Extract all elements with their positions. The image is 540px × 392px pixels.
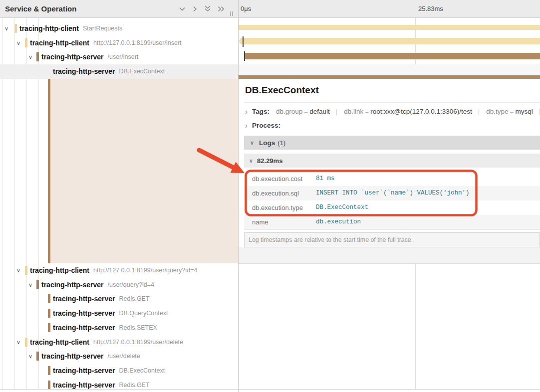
- ruler-tick-1: 25.83ms: [418, 0, 443, 17]
- logs-count: (1): [277, 139, 285, 147]
- detail-divider: [244, 102, 540, 103]
- span-row-user-query-client[interactable]: ∨ tracing-http-clienthttp://127.0.0.1:81…: [0, 263, 238, 278]
- service-operation-header: Service & Operation: [0, 0, 238, 18]
- collapse-one-level-chevron-down-icon[interactable]: [178, 5, 186, 12]
- chevron-down-icon[interactable]: ∨: [4, 21, 8, 36]
- log-field-key: db.execution.sql: [252, 186, 299, 200]
- collapse-all-double-chevron-down-icon[interactable]: [204, 5, 212, 12]
- span-row-redis-get[interactable]: tracing-http-serverRedis.GET: [0, 292, 238, 306]
- logs-footer-note: Log timestamps are relative to the start…: [244, 232, 540, 247]
- operation-name: http://127.0.0.1:8199/user/delete: [93, 339, 183, 346]
- service-color-block: [48, 381, 50, 390]
- panel-resize-handle[interactable]: [230, 11, 235, 16]
- operation-name: DB.ExecContext: [119, 68, 165, 75]
- service-name: tracing-http-server: [53, 381, 115, 389]
- service-name: tracing-http-server: [53, 309, 115, 317]
- log-field-row: name db.execution: [244, 215, 540, 229]
- logs-section: ∨ Logs (1) ∨ 82.29ms db.execution.cost 8…: [244, 136, 540, 247]
- span-bar-user-insert-server[interactable]: [245, 53, 540, 59]
- span-row-user-delete-server[interactable]: ∨ tracing-http-server/user/delete: [0, 349, 238, 364]
- span-row-start-requests[interactable]: ∨ tracing-http-clientStartRequests: [0, 21, 238, 36]
- expand-all-double-chevron-right-icon[interactable]: [217, 5, 225, 12]
- service-name: tracing-http-client: [19, 24, 79, 32]
- log-entry-accordion[interactable]: ∨ 82.29ms: [244, 154, 540, 168]
- chevron-right-icon[interactable]: ›: [245, 107, 248, 116]
- log-field-key: db.execution.type: [252, 200, 303, 215]
- service-color-block: [48, 309, 50, 318]
- chevron-down-icon[interactable]: ∨: [16, 263, 20, 278]
- log-field-key: db.execution.cost: [252, 172, 302, 186]
- tag-db-group: db.group=default: [276, 108, 330, 115]
- span-detail-title: DB.ExecContext: [245, 85, 319, 96]
- service-name: tracing-http-client: [30, 39, 89, 47]
- service-name: tracing-http-server: [53, 324, 115, 332]
- operation-name: StartRequests: [83, 25, 122, 32]
- chevron-down-icon[interactable]: ∨: [28, 50, 32, 64]
- span-row-redis-setex[interactable]: tracing-http-serverRedis.SETEX: [0, 321, 238, 335]
- chevron-down-icon[interactable]: ∨: [28, 349, 32, 364]
- operation-name: /user/query?id=4: [107, 281, 154, 288]
- operation-name: DB.ExecContext: [119, 367, 165, 374]
- service-color-block: [48, 294, 50, 303]
- process-accordion[interactable]: › Process:: [245, 121, 280, 130]
- service-name: tracing-http-client: [30, 266, 89, 274]
- operation-name: Redis.SETEX: [119, 324, 157, 331]
- operation-name: Redis.GET: [119, 382, 149, 389]
- service-color-block: [25, 266, 27, 275]
- log-field-value: 81 ms: [316, 172, 335, 186]
- span-log-tick: [244, 51, 245, 61]
- expand-one-level-chevron-right-icon[interactable]: [192, 5, 198, 12]
- log-field-row: db.execution.type DB.ExecContext: [244, 200, 540, 215]
- panel-divider[interactable]: [238, 0, 239, 392]
- tags-accordion[interactable]: › Tags: db.group=default | db.link=root:…: [245, 107, 540, 116]
- service-name: tracing-http-server: [41, 53, 103, 61]
- service-color-block: [25, 338, 27, 347]
- service-name: tracing-http-server: [53, 67, 115, 75]
- span-row-user-insert-server[interactable]: ∨ tracing-http-server/user/insert: [0, 50, 238, 64]
- timeline-ruler: 0μs 25.83ms: [239, 0, 540, 18]
- ruler-tick-0: 0μs: [241, 0, 251, 17]
- service-name: tracing-http-server: [53, 367, 115, 375]
- log-timestamp: 82.29ms: [257, 157, 282, 165]
- logs-accordion[interactable]: ∨ Logs (1): [244, 136, 540, 150]
- log-field-value: db.execution: [316, 215, 361, 229]
- chevron-down-icon[interactable]: ∨: [250, 140, 254, 146]
- operation-name: http://127.0.0.1:8199/user/query?id=4: [93, 267, 197, 274]
- operation-name: http://127.0.0.1:8199/user/insert: [93, 39, 182, 46]
- chevron-down-icon[interactable]: ∨: [28, 278, 32, 292]
- service-operation-title: Service & Operation: [5, 0, 76, 17]
- span-bar-start-requests[interactable]: [239, 25, 540, 30]
- tag-separator: |: [478, 108, 480, 115]
- operation-name: /user/insert: [107, 53, 138, 60]
- operation-name: Redis.GET: [119, 295, 149, 302]
- tag-db-link: db.link=root:xxx@tcp(127.0.0.1:3306)/tes…: [344, 108, 472, 115]
- service-color-block: [25, 38, 27, 47]
- log-field-row: db.execution.sql INSERT INTO `user`(`nam…: [244, 186, 540, 200]
- service-color-block: [48, 366, 50, 375]
- detail-bottom-padding: [239, 247, 540, 263]
- chevron-down-icon[interactable]: ∨: [16, 335, 20, 350]
- span-row-db-execcontext-2[interactable]: tracing-http-serverDB.ExecContext: [0, 364, 238, 378]
- chevron-down-icon[interactable]: ∨: [249, 158, 253, 164]
- service-color-block: [48, 323, 50, 332]
- log-fields-table: db.execution.cost 81 ms db.execution.sql…: [244, 172, 540, 230]
- chevron-right-icon[interactable]: ›: [245, 121, 248, 130]
- trace-timeline-view: Service & Operation 0μs 25.83ms ∨ tracin…: [0, 0, 540, 392]
- span-row-user-delete-client[interactable]: ∨ tracing-http-clienthttp://127.0.0.1:81…: [0, 335, 238, 350]
- tag-db-type: db.type=mysql: [486, 108, 533, 115]
- span-row-user-insert-client[interactable]: ∨ tracing-http-clienthttp://127.0.0.1:81…: [0, 36, 238, 50]
- chevron-down-icon[interactable]: ∨: [16, 36, 20, 50]
- span-bar-db-execcontext[interactable]: [239, 75, 540, 79]
- span-row-db-querycontext[interactable]: tracing-http-serverDB.QueryContext: [0, 306, 238, 321]
- span-row-redis-get-2[interactable]: tracing-http-serverRedis.GET: [0, 378, 238, 392]
- span-bar-user-insert-client[interactable]: [239, 38, 540, 44]
- span-detail-panel: DB.ExecContext › Tags: db.group=default …: [239, 79, 540, 263]
- log-field-value: INSERT INTO `user`(`name`) VALUES('john'…: [316, 186, 470, 200]
- span-row-db-execcontext-selected[interactable]: tracing-http-serverDB.ExecContext: [0, 64, 238, 79]
- service-name: tracing-http-server: [41, 352, 103, 360]
- tag-separator: |: [336, 108, 338, 115]
- tags-label: Tags:: [252, 108, 270, 115]
- operation-name: DB.QueryContext: [119, 310, 168, 317]
- span-row-user-query-server[interactable]: ∨ tracing-http-server/user/query?id=4: [0, 278, 238, 292]
- process-label: Process:: [252, 122, 280, 129]
